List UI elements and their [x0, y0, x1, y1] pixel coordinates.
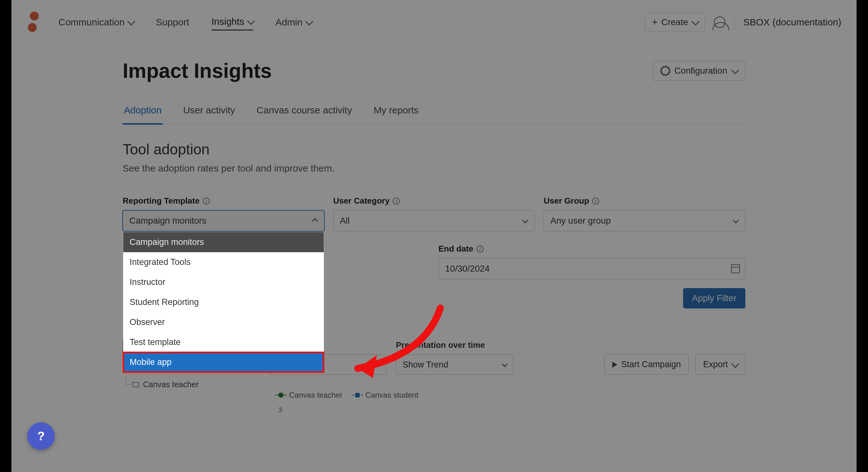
tab-user-activity[interactable]: User activity: [182, 105, 236, 125]
tabs: Adoption User activity Canvas course act…: [123, 105, 745, 125]
select-value: All: [340, 216, 350, 226]
nav-communication[interactable]: Communication: [58, 14, 133, 31]
chevron-down-icon: [691, 18, 699, 25]
info-icon[interactable]: i: [393, 197, 400, 204]
report-panel: presentation Actual Presentation over ti…: [269, 340, 745, 414]
presentation-over-time-select[interactable]: Show Trend: [396, 354, 514, 375]
chevron-down-icon: [733, 217, 739, 224]
chevron-down-icon: [502, 361, 507, 367]
info-icon[interactable]: i: [203, 197, 210, 204]
folder-icon: [132, 382, 139, 387]
user-category-select[interactable]: All: [333, 210, 535, 231]
start-campaign-button[interactable]: Start Campaign: [604, 354, 689, 375]
field-reporting-template: Reporting Template i Campaign monitors C…: [123, 196, 324, 231]
dropdown-option[interactable]: Integrated Tools: [123, 252, 324, 272]
info-icon[interactable]: i: [592, 197, 599, 204]
nav-support[interactable]: Support: [156, 14, 189, 31]
dropdown-option-mobile-app[interactable]: Mobile app: [123, 352, 324, 372]
divider: [734, 14, 735, 30]
chevron-down-icon: [247, 17, 255, 25]
reporting-template-label: Reporting Template: [123, 196, 199, 206]
nav-label: Insights: [212, 16, 244, 27]
end-date-label: End date: [438, 244, 473, 254]
reporting-template-dropdown: Campaign monitors Integrated Tools Instr…: [123, 232, 324, 373]
start-campaign-label: Start Campaign: [621, 359, 681, 369]
nav-label: Communication: [58, 17, 125, 28]
chevron-up-icon: [312, 218, 318, 225]
legend-label: Canvas teacher: [289, 391, 342, 400]
chevron-down-icon: [731, 66, 739, 74]
y-axis-tick: 3: [278, 406, 745, 414]
end-date-input[interactable]: 10/30/2024: [438, 258, 745, 279]
dropdown-option[interactable]: Test template: [123, 332, 324, 352]
field-user-group: User Group i Any user group: [544, 196, 745, 231]
top-bar: Communication Support Insights Admin: [11, 0, 857, 44]
tree-item-canvas-teacher[interactable]: Canvas teacher: [132, 377, 256, 392]
tree-item-label: Canvas teacher: [143, 380, 198, 389]
nav-label: Support: [156, 17, 189, 28]
chevron-down-icon: [375, 361, 380, 367]
nav-label: Admin: [275, 17, 303, 28]
legend-label: Canvas student: [365, 391, 418, 400]
select-value: Any user group: [550, 216, 611, 226]
gear-icon: [661, 66, 670, 75]
create-label: Create: [661, 17, 688, 27]
help-button[interactable]: ?: [27, 422, 55, 450]
question-icon: ?: [37, 430, 44, 443]
legend-marker-student-icon: [355, 393, 360, 397]
user-category-label: User Category: [333, 196, 390, 206]
dropdown-option[interactable]: Campaign monitors: [123, 232, 324, 252]
field-user-category: User Category i All: [333, 196, 535, 231]
section-title: Tool adoption: [123, 141, 745, 158]
export-label: Export: [703, 359, 728, 369]
dropdown-option[interactable]: Instructor: [123, 272, 324, 292]
calendar-icon: [731, 264, 740, 273]
configuration-button[interactable]: Configuration: [653, 61, 745, 81]
page-title: Impact Insights: [123, 59, 272, 83]
legend-marker-teacher-icon: [278, 392, 283, 398]
content: Impact Insights Configuration Adoption U…: [123, 44, 745, 414]
field-end-date: End date i 10/30/2024: [438, 244, 745, 279]
nav-insights[interactable]: Insights: [212, 14, 253, 31]
logo-icon: [25, 11, 37, 32]
select-value: Show Trend: [403, 360, 448, 370]
chevron-down-icon: [522, 217, 528, 224]
user-group-select[interactable]: Any user group: [544, 210, 745, 231]
tab-canvas-course-activity[interactable]: Canvas course activity: [255, 105, 353, 125]
play-icon: [612, 361, 617, 368]
dropdown-option[interactable]: Student Reporting: [123, 292, 324, 312]
tab-my-reports[interactable]: My reports: [372, 105, 420, 125]
chevron-down-icon: [305, 18, 313, 25]
select-value: Campaign monitors: [129, 216, 207, 226]
section-subtitle: See the adoption rates per tool and impr…: [123, 163, 745, 174]
config-label: Configuration: [674, 66, 727, 76]
export-button[interactable]: Export: [695, 354, 745, 375]
nav-admin[interactable]: Admin: [275, 14, 311, 31]
chevron-down-icon: [127, 18, 135, 25]
apply-filter-button[interactable]: Apply Filter: [683, 288, 745, 308]
reporting-template-select[interactable]: Campaign monitors Campaign monitors Inte…: [123, 210, 324, 231]
end-date-value: 10/30/2024: [445, 264, 490, 274]
user-icon[interactable]: [714, 17, 725, 28]
tab-adoption[interactable]: Adoption: [123, 105, 163, 125]
info-icon[interactable]: i: [476, 246, 484, 253]
presentation-over-time-label: Presentation over time: [396, 340, 514, 350]
chart-legend: Canvas teacher Canvas student: [278, 391, 745, 400]
chevron-down-icon: [731, 360, 739, 368]
main-nav: Communication Support Insights Admin: [58, 14, 311, 31]
org-label[interactable]: SBOX (documentation): [743, 17, 841, 28]
dropdown-option[interactable]: Observer: [123, 312, 324, 332]
create-button[interactable]: + Create: [645, 13, 705, 31]
plus-icon: +: [652, 18, 658, 27]
user-group-label: User Group: [544, 196, 589, 206]
